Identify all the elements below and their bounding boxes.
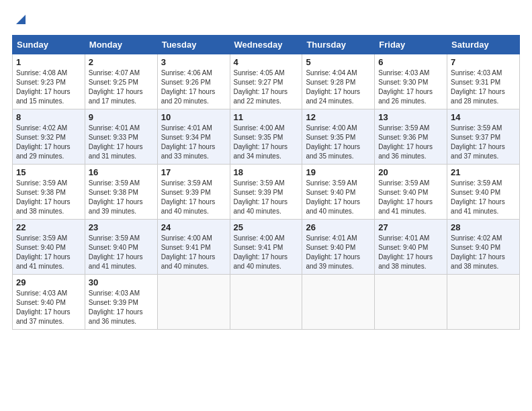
calendar-cell [375,275,447,330]
day-number: 6 [378,57,443,67]
day-info: Sunrise: 4:03 AMSunset: 9:31 PMDaylight:… [451,68,516,106]
day-number: 8 [16,112,81,122]
calendar-cell: 28Sunrise: 4:02 AMSunset: 9:40 PMDayligh… [447,220,520,275]
day-number: 15 [16,167,81,177]
day-info: Sunrise: 4:02 AMSunset: 9:32 PMDaylight:… [16,124,81,161]
calendar-cell: 27Sunrise: 4:01 AMSunset: 9:40 PMDayligh… [375,220,447,275]
day-number: 18 [234,167,299,177]
calendar-header-thursday: Thursday [302,36,375,54]
day-number: 9 [89,112,154,122]
day-number: 10 [161,112,226,122]
day-number: 25 [234,222,299,232]
calendar-table: SundayMondayTuesdayWednesdayThursdayFrid… [12,35,520,330]
day-info: Sunrise: 3:59 AMSunset: 9:37 PMDaylight:… [451,124,516,161]
calendar-cell: 25Sunrise: 4:00 AMSunset: 9:41 PMDayligh… [230,220,302,275]
calendar-header-sunday: Sunday [13,36,85,54]
calendar-cell: 9Sunrise: 4:01 AMSunset: 9:33 PMDaylight… [85,109,157,165]
calendar-cell: 15Sunrise: 3:59 AMSunset: 9:38 PMDayligh… [13,165,85,220]
calendar-cell: 11Sunrise: 4:00 AMSunset: 9:35 PMDayligh… [230,109,302,165]
day-number: 5 [306,57,371,67]
calendar-header-tuesday: Tuesday [157,36,230,54]
day-info: Sunrise: 3:59 AMSunset: 9:39 PMDaylight:… [161,179,226,216]
day-info: Sunrise: 4:00 AMSunset: 9:35 PMDaylight:… [306,124,371,161]
day-number: 20 [378,167,443,177]
day-number: 11 [234,112,299,122]
calendar-cell: 13Sunrise: 3:59 AMSunset: 9:36 PMDayligh… [375,109,447,165]
day-info: Sunrise: 4:03 AMSunset: 9:30 PMDaylight:… [378,68,443,106]
calendar-cell: 14Sunrise: 3:59 AMSunset: 9:37 PMDayligh… [447,109,520,165]
calendar-cell: 1Sunrise: 4:08 AMSunset: 9:23 PMDaylight… [13,54,85,109]
calendar-cell: 8Sunrise: 4:02 AMSunset: 9:32 PMDaylight… [13,109,85,165]
day-number: 7 [451,57,516,67]
day-number: 3 [161,57,226,67]
logo-triangle-icon [13,12,28,27]
calendar-cell [230,275,302,330]
day-info: Sunrise: 4:03 AMSunset: 9:40 PMDaylight:… [16,289,81,326]
calendar-cell: 20Sunrise: 3:59 AMSunset: 9:40 PMDayligh… [375,165,447,220]
calendar-cell: 23Sunrise: 3:59 AMSunset: 9:40 PMDayligh… [85,220,157,275]
calendar-cell: 4Sunrise: 4:05 AMSunset: 9:27 PMDaylight… [230,54,302,109]
day-number: 19 [306,167,371,177]
day-info: Sunrise: 3:59 AMSunset: 9:40 PMDaylight:… [378,179,443,216]
calendar-cell: 22Sunrise: 3:59 AMSunset: 9:40 PMDayligh… [13,220,85,275]
calendar-header-friday: Friday [375,36,447,54]
calendar-header-row: SundayMondayTuesdayWednesdayThursdayFrid… [13,36,520,54]
day-info: Sunrise: 3:59 AMSunset: 9:38 PMDaylight:… [89,179,154,216]
day-number: 16 [89,167,154,177]
calendar-cell: 21Sunrise: 3:59 AMSunset: 9:40 PMDayligh… [447,165,520,220]
day-number: 30 [89,277,154,287]
day-number: 1 [16,57,81,67]
calendar-cell: 12Sunrise: 4:00 AMSunset: 9:35 PMDayligh… [302,109,375,165]
day-number: 2 [89,57,154,67]
day-info: Sunrise: 4:04 AMSunset: 9:28 PMDaylight:… [306,68,371,106]
header [12,12,520,27]
day-info: Sunrise: 4:03 AMSunset: 9:39 PMDaylight:… [89,289,154,326]
day-info: Sunrise: 3:59 AMSunset: 9:39 PMDaylight:… [234,179,299,216]
day-number: 17 [161,167,226,177]
day-number: 21 [451,167,516,177]
day-info: Sunrise: 4:08 AMSunset: 9:23 PMDaylight:… [16,68,81,106]
day-number: 12 [306,112,371,122]
calendar-cell [447,275,520,330]
day-number: 24 [161,222,226,232]
day-info: Sunrise: 4:00 AMSunset: 9:41 PMDaylight:… [161,234,226,271]
page: SundayMondayTuesdayWednesdayThursdayFrid… [0,0,532,411]
calendar-week-1: 1Sunrise: 4:08 AMSunset: 9:23 PMDaylight… [13,54,520,109]
day-info: Sunrise: 4:00 AMSunset: 9:41 PMDaylight:… [234,234,299,271]
calendar-cell: 2Sunrise: 4:07 AMSunset: 9:25 PMDaylight… [85,54,157,109]
calendar-cell: 19Sunrise: 3:59 AMSunset: 9:40 PMDayligh… [302,165,375,220]
day-info: Sunrise: 3:59 AMSunset: 9:38 PMDaylight:… [16,179,81,216]
calendar-cell: 5Sunrise: 4:04 AMSunset: 9:28 PMDaylight… [302,54,375,109]
day-info: Sunrise: 3:59 AMSunset: 9:40 PMDaylight:… [16,234,81,271]
day-info: Sunrise: 4:01 AMSunset: 9:40 PMDaylight:… [306,234,371,271]
calendar-cell: 17Sunrise: 3:59 AMSunset: 9:39 PMDayligh… [157,165,230,220]
day-info: Sunrise: 4:07 AMSunset: 9:25 PMDaylight:… [89,68,154,106]
calendar-header-wednesday: Wednesday [230,36,302,54]
day-number: 29 [16,277,81,287]
day-info: Sunrise: 4:02 AMSunset: 9:40 PMDaylight:… [451,234,516,271]
day-info: Sunrise: 3:59 AMSunset: 9:36 PMDaylight:… [378,124,443,161]
calendar-cell: 18Sunrise: 3:59 AMSunset: 9:39 PMDayligh… [230,165,302,220]
calendar-cell [157,275,230,330]
day-number: 27 [378,222,443,232]
day-info: Sunrise: 4:01 AMSunset: 9:33 PMDaylight:… [89,124,154,161]
calendar-cell: 30Sunrise: 4:03 AMSunset: 9:39 PMDayligh… [85,275,157,330]
day-info: Sunrise: 3:59 AMSunset: 9:40 PMDaylight:… [451,179,516,216]
calendar-cell [302,275,375,330]
calendar-cell: 10Sunrise: 4:01 AMSunset: 9:34 PMDayligh… [157,109,230,165]
calendar-week-2: 8Sunrise: 4:02 AMSunset: 9:32 PMDaylight… [13,109,520,165]
calendar-header-saturday: Saturday [447,36,520,54]
calendar-cell: 3Sunrise: 4:06 AMSunset: 9:26 PMDaylight… [157,54,230,109]
calendar-cell: 24Sunrise: 4:00 AMSunset: 9:41 PMDayligh… [157,220,230,275]
day-info: Sunrise: 4:01 AMSunset: 9:34 PMDaylight:… [161,124,226,161]
day-info: Sunrise: 3:59 AMSunset: 9:40 PMDaylight:… [89,234,154,271]
day-info: Sunrise: 4:06 AMSunset: 9:26 PMDaylight:… [161,68,226,106]
day-number: 28 [451,222,516,232]
day-number: 26 [306,222,371,232]
day-info: Sunrise: 4:01 AMSunset: 9:40 PMDaylight:… [378,234,443,271]
day-number: 13 [378,112,443,122]
day-number: 22 [16,222,81,232]
calendar-cell: 7Sunrise: 4:03 AMSunset: 9:31 PMDaylight… [447,54,520,109]
calendar-week-3: 15Sunrise: 3:59 AMSunset: 9:38 PMDayligh… [13,165,520,220]
day-info: Sunrise: 4:00 AMSunset: 9:35 PMDaylight:… [234,124,299,161]
